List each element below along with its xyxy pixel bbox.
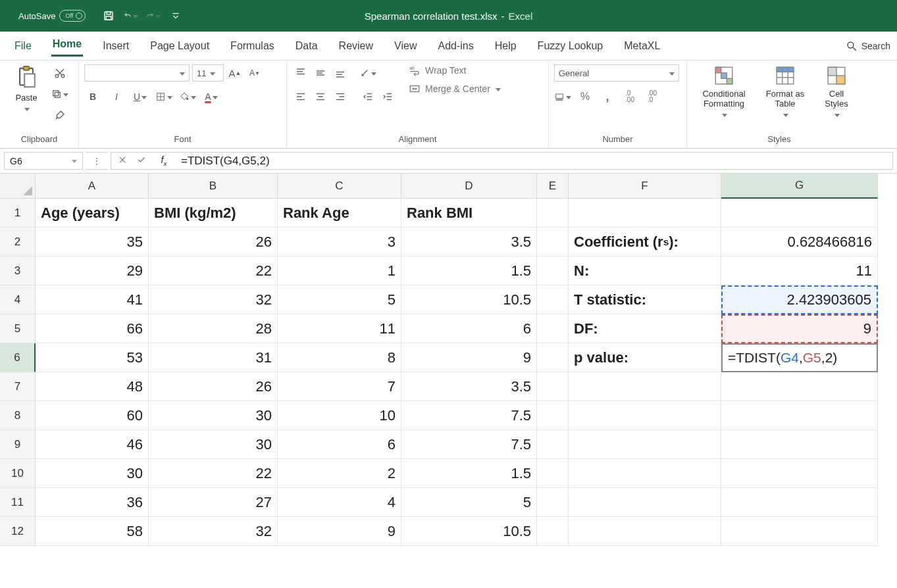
- row-header[interactable]: 11: [0, 488, 36, 517]
- cell[interactable]: [721, 372, 878, 401]
- row-header[interactable]: 3: [0, 257, 36, 285]
- cell[interactable]: [721, 199, 878, 228]
- tab-formulas[interactable]: Formulas: [229, 37, 276, 55]
- align-right-button[interactable]: [332, 88, 349, 105]
- font-color-button[interactable]: A: [203, 88, 220, 105]
- cell[interactable]: 3: [278, 228, 401, 257]
- align-top-button[interactable]: [292, 64, 309, 82]
- search-button[interactable]: Search: [846, 40, 890, 52]
- copy-button[interactable]: [51, 86, 68, 103]
- cell[interactable]: [721, 488, 878, 517]
- cell[interactable]: [537, 343, 569, 372]
- increase-indent-button[interactable]: [379, 88, 396, 105]
- align-left-button[interactable]: [292, 88, 309, 105]
- tab-insert[interactable]: Insert: [101, 37, 130, 55]
- cell[interactable]: 10.5: [401, 517, 537, 546]
- row-header[interactable]: 4: [0, 285, 36, 314]
- cell[interactable]: 26: [149, 228, 278, 257]
- fill-color-button[interactable]: [179, 88, 196, 105]
- italic-button[interactable]: I: [108, 88, 125, 105]
- cell[interactable]: [537, 488, 569, 517]
- enter-formula-button[interactable]: [136, 155, 147, 166]
- cell[interactable]: 0.628466816: [721, 228, 878, 257]
- tab-data[interactable]: Data: [294, 37, 319, 55]
- cell[interactable]: 32: [149, 517, 278, 546]
- cell[interactable]: [721, 459, 878, 488]
- cell[interactable]: 7: [278, 372, 401, 401]
- tab-add-ins[interactable]: Add-ins: [436, 37, 474, 55]
- font-name-select[interactable]: [84, 64, 190, 82]
- tab-home[interactable]: Home: [51, 36, 83, 57]
- cell-styles-button[interactable]: Cell Styles: [815, 64, 858, 120]
- cell[interactable]: 27: [149, 488, 278, 517]
- cell[interactable]: 10.5: [401, 285, 537, 314]
- autosave-toggle[interactable]: AutoSave Off: [18, 10, 86, 22]
- cell[interactable]: 5: [278, 285, 401, 314]
- cell[interactable]: 9: [721, 314, 878, 343]
- cell[interactable]: 3.5: [401, 372, 537, 401]
- cell[interactable]: 41: [36, 285, 149, 314]
- cell[interactable]: 5: [401, 488, 537, 517]
- column-header[interactable]: A: [36, 174, 149, 199]
- increase-decimal-button[interactable]: .0.00: [621, 88, 638, 105]
- undo-icon[interactable]: [124, 10, 138, 22]
- cell[interactable]: BMI (kg/m2): [149, 199, 278, 228]
- cell[interactable]: [569, 401, 721, 430]
- tab-help[interactable]: Help: [494, 37, 518, 55]
- increase-font-button[interactable]: A▲: [226, 64, 243, 82]
- paste-button[interactable]: Paste: [5, 64, 47, 114]
- align-bottom-button[interactable]: [332, 64, 349, 82]
- column-header[interactable]: G: [721, 174, 878, 199]
- tab-metaxl[interactable]: MetaXL: [623, 37, 661, 55]
- orientation-button[interactable]: [359, 64, 376, 82]
- merge-center-button[interactable]: Merge & Center: [408, 83, 501, 95]
- name-box[interactable]: G6: [4, 152, 83, 170]
- comma-button[interactable]: ,: [599, 88, 616, 105]
- column-header[interactable]: C: [278, 174, 401, 199]
- cell[interactable]: [537, 257, 569, 285]
- cell[interactable]: 66: [36, 314, 149, 343]
- cell[interactable]: [721, 517, 878, 546]
- decrease-font-button[interactable]: A▼: [246, 64, 263, 82]
- row-header[interactable]: 9: [0, 430, 36, 459]
- column-header[interactable]: B: [149, 174, 278, 199]
- format-as-table-button[interactable]: Format as Table: [758, 64, 812, 120]
- cell[interactable]: 6: [278, 430, 401, 459]
- cell[interactable]: 2.423903605: [721, 285, 878, 314]
- cell[interactable]: 58: [36, 517, 149, 546]
- cell[interactable]: 29: [36, 257, 149, 285]
- align-center-button[interactable]: [312, 88, 329, 105]
- cell[interactable]: [721, 401, 878, 430]
- cell[interactable]: 46: [36, 430, 149, 459]
- cell[interactable]: 53: [36, 343, 149, 372]
- column-header[interactable]: E: [537, 174, 569, 199]
- tab-file[interactable]: File: [13, 37, 33, 55]
- redo-icon[interactable]: [146, 10, 161, 22]
- cell[interactable]: DF:: [569, 314, 721, 343]
- underline-button[interactable]: U: [132, 88, 149, 105]
- decrease-indent-button[interactable]: [359, 88, 376, 105]
- cell[interactable]: [537, 314, 569, 343]
- cell[interactable]: 11: [721, 257, 878, 285]
- fx-button[interactable]: fx: [153, 152, 174, 170]
- formula-input[interactable]: =TDIST(G4,G5,2): [174, 152, 893, 170]
- cell[interactable]: Rank BMI: [401, 199, 537, 228]
- row-header[interactable]: 2: [0, 228, 36, 257]
- select-all-corner[interactable]: [0, 174, 36, 199]
- cell[interactable]: [537, 199, 569, 228]
- cell[interactable]: 60: [36, 401, 149, 430]
- percent-button[interactable]: %: [577, 88, 594, 105]
- cell[interactable]: 35: [36, 228, 149, 257]
- cell[interactable]: 48: [36, 372, 149, 401]
- tab-page-layout[interactable]: Page Layout: [149, 37, 211, 55]
- cell[interactable]: [721, 430, 878, 459]
- cell[interactable]: 6: [401, 314, 537, 343]
- cell[interactable]: [537, 228, 569, 257]
- save-icon[interactable]: [101, 10, 116, 22]
- wrap-text-button[interactable]: ab Wrap Text: [408, 64, 501, 76]
- cell[interactable]: Age (years): [36, 199, 149, 228]
- cell[interactable]: p value:: [569, 343, 721, 372]
- cell[interactable]: [537, 401, 569, 430]
- row-header[interactable]: 12: [0, 517, 36, 546]
- cell[interactable]: Rank Age: [278, 199, 401, 228]
